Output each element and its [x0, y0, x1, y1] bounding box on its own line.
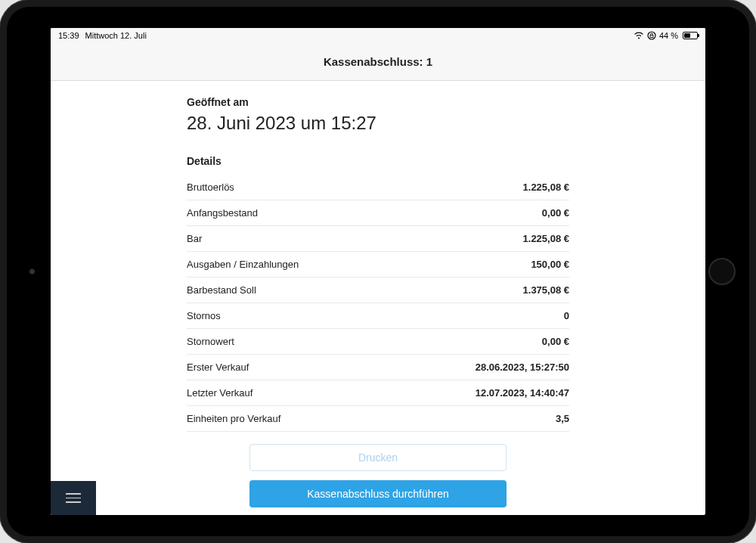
camera-dot [29, 269, 35, 275]
opened-at-date: 28. Juni 2023 um 15:27 [187, 113, 569, 134]
svg-point-0 [648, 32, 655, 39]
page-header: Kassenabschluss: 1 [51, 43, 705, 81]
detail-value: 28.06.2023, 15:27:50 [476, 361, 569, 373]
status-bar: 15:39 Mittwoch 12. Juli 44 % [51, 28, 705, 43]
detail-label: Einheiten pro Verkauf [187, 413, 280, 424]
details-heading: Details [187, 155, 569, 167]
perform-close-button[interactable]: Kassenabschluss durchführen [249, 480, 507, 507]
detail-label: Bar [187, 233, 202, 244]
battery-icon [683, 32, 698, 39]
status-date: Mittwoch 12. Juli [85, 31, 147, 40]
page-content: Geöffnet am 28. Juni 2023 um 15:27 Detai… [51, 81, 705, 515]
detail-value: 0 [564, 310, 569, 321]
hamburger-menu-button[interactable] [51, 481, 96, 515]
detail-value: 150,00 € [531, 259, 569, 270]
tablet-frame: 15:39 Mittwoch 12. Juli 44 % Kassenabsch… [0, 0, 756, 543]
detail-label: Erster Verkauf [187, 361, 249, 373]
detail-row: Stornowert0,00 € [187, 329, 569, 355]
opened-at-label: Geöffnet am [187, 96, 569, 108]
rotation-lock-icon [647, 31, 656, 40]
detail-row: Bruttoerlös1.225,08 € [187, 175, 569, 200]
detail-row: Anfangsbestand0,00 € [187, 200, 569, 226]
detail-value: 1.225,08 € [523, 182, 569, 193]
detail-row: Einheiten pro Verkauf3,5 [187, 406, 569, 432]
detail-value: 12.07.2023, 14:40:47 [476, 387, 569, 399]
detail-row: Letzter Verkauf12.07.2023, 14:40:47 [187, 380, 569, 406]
battery-text: 44 % [659, 31, 678, 40]
detail-row: Stornos0 [187, 303, 569, 329]
detail-value: 1.375,08 € [523, 284, 569, 296]
screen: 15:39 Mittwoch 12. Juli 44 % Kassenabsch… [51, 28, 705, 515]
wifi-icon [634, 32, 644, 39]
detail-label: Anfangsbestand [187, 207, 258, 219]
detail-row: Bar1.225,08 € [187, 226, 569, 252]
details-list: Bruttoerlös1.225,08 €Anfangsbestand0,00 … [187, 175, 569, 432]
detail-label: Barbestand Soll [187, 284, 256, 296]
detail-value: 3,5 [556, 413, 569, 424]
page-title: Kassenabschluss: 1 [324, 55, 432, 68]
detail-value: 0,00 € [542, 207, 569, 219]
detail-label: Bruttoerlös [187, 182, 234, 193]
detail-label: Letzter Verkauf [187, 387, 253, 399]
home-button[interactable] [708, 258, 736, 285]
detail-row: Erster Verkauf28.06.2023, 15:27:50 [187, 355, 569, 380]
detail-label: Stornos [187, 310, 221, 321]
detail-label: Stornowert [187, 336, 234, 347]
detail-label: Ausgaben / Einzahlungen [187, 259, 299, 270]
detail-value: 1.225,08 € [523, 233, 569, 244]
detail-row: Barbestand Soll1.375,08 € [187, 278, 569, 303]
print-button[interactable]: Drucken [249, 444, 507, 471]
detail-row: Ausgaben / Einzahlungen150,00 € [187, 252, 569, 278]
status-time: 15:39 [58, 31, 79, 40]
detail-value: 0,00 € [542, 336, 569, 347]
